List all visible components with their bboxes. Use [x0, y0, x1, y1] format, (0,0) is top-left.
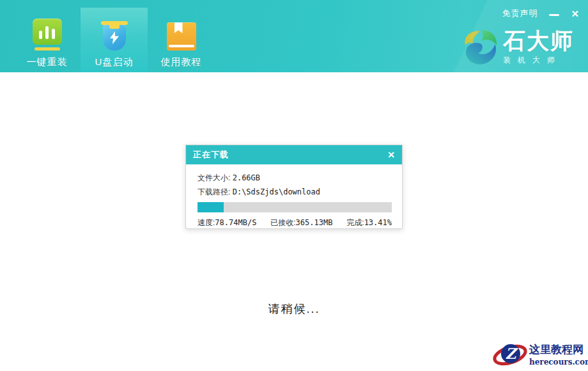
tab-tutorial[interactable]: 使用教程 [148, 0, 215, 72]
disclaimer-link[interactable]: 免责声明 [502, 8, 538, 19]
progress-bar [197, 202, 392, 212]
speed-stat: 速度:78.74MB/S [197, 217, 256, 228]
file-size-label: 文件大小: [197, 173, 230, 182]
brand: 石大师 装机大师 [462, 28, 574, 67]
tab-label: U盘启动 [95, 56, 134, 68]
header: 一键重装 U盘启动 使用教程 免责声明 [0, 0, 588, 72]
minimize-button[interactable] [549, 14, 559, 16]
tab-usb-boot[interactable]: U盘启动 [81, 8, 148, 72]
received-stat: 已接收:365.13MB [270, 217, 332, 228]
brand-swirl-icon [462, 28, 498, 67]
close-button[interactable]: ✕ [571, 9, 579, 19]
download-path-row: 下载路径: D:\SdsZjds\download [197, 186, 391, 198]
brand-title: 石大师 [503, 29, 574, 54]
book-icon [167, 17, 196, 51]
window-controls: 免责声明 ✕ [502, 8, 579, 19]
tab-label: 使用教程 [161, 56, 202, 68]
download-dialog: 正在下载 ✕ 文件大小: 2.66GB 下载路径: D:\SdsZjds\dow… [185, 145, 403, 229]
dialog-title: 正在下载 [193, 149, 229, 161]
tab-one-key-reinstall[interactable]: 一键重装 [13, 0, 81, 72]
dialog-body: 文件大小: 2.66GB 下载路径: D:\SdsZjds\download 速… [186, 164, 402, 228]
watermark-logo-icon: Z [493, 339, 529, 370]
watermark-site-name: 这里教程网 [529, 342, 588, 357]
file-size-value: 2.66GB [233, 173, 260, 182]
completed-stat: 完成:13.41% [346, 217, 392, 228]
dialog-close-button[interactable]: ✕ [387, 150, 395, 159]
progress-fill [197, 202, 224, 212]
stats-row: 速度:78.74MB/S 已接收:365.13MB 完成:13.41% [197, 217, 392, 228]
download-path-label: 下载路径: [197, 187, 230, 196]
waiting-text: 请稍候... [0, 301, 588, 317]
tab-bar: 一键重装 U盘启动 使用教程 [13, 0, 215, 72]
download-path-value: D:\SdsZjds\download [233, 187, 320, 196]
brand-subtitle: 装机大师 [503, 55, 574, 66]
usb-shield-icon [101, 17, 128, 51]
chart-bars-icon [33, 17, 62, 51]
file-size-row: 文件大小: 2.66GB [197, 172, 391, 184]
tab-label: 一键重装 [27, 56, 68, 68]
watermark-site-url: herecours.com [529, 358, 588, 367]
dialog-titlebar: 正在下载 ✕ [186, 145, 402, 164]
watermark: Z 这里教程网 herecours.com [491, 337, 588, 371]
